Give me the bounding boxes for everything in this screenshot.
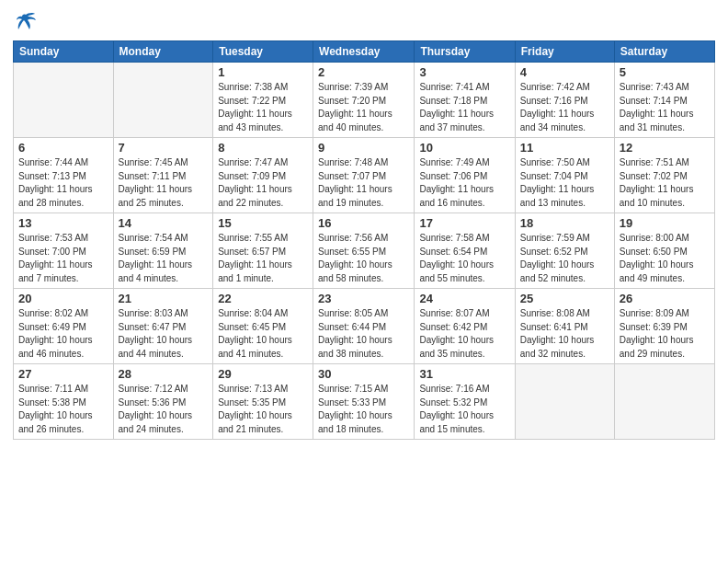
- calendar-cell: 9Sunrise: 7:48 AM Sunset: 7:07 PM Daylig…: [313, 138, 415, 213]
- calendar-cell: 18Sunrise: 7:59 AM Sunset: 6:52 PM Dayli…: [515, 213, 614, 289]
- day-info: Sunrise: 7:47 AM Sunset: 7:09 PM Dayligh…: [218, 156, 308, 210]
- day-number: 27: [18, 367, 108, 381]
- day-info: Sunrise: 7:59 AM Sunset: 6:52 PM Dayligh…: [520, 232, 609, 285]
- calendar-cell: [113, 63, 213, 138]
- day-number: 24: [419, 292, 509, 305]
- week-row-0: 1Sunrise: 7:38 AM Sunset: 7:22 PM Daylig…: [14, 63, 715, 138]
- day-info: Sunrise: 7:50 AM Sunset: 7:04 PM Dayligh…: [520, 156, 609, 210]
- day-number: 28: [119, 367, 209, 381]
- calendar-cell: 8Sunrise: 7:47 AM Sunset: 7:09 PM Daylig…: [213, 138, 313, 213]
- calendar-cell: 5Sunrise: 7:43 AM Sunset: 7:14 PM Daylig…: [614, 63, 714, 138]
- day-info: Sunrise: 8:03 AM Sunset: 6:47 PM Dayligh…: [119, 307, 209, 361]
- day-number: 19: [620, 216, 710, 230]
- day-number: 29: [218, 367, 308, 381]
- calendar-cell: 23Sunrise: 8:05 AM Sunset: 6:44 PM Dayli…: [313, 289, 415, 364]
- day-number: 9: [318, 141, 409, 155]
- day-info: Sunrise: 7:43 AM Sunset: 7:14 PM Dayligh…: [620, 81, 710, 134]
- logo-icon: [13, 9, 39, 35]
- logo: [13, 9, 42, 35]
- calendar-cell: 24Sunrise: 8:07 AM Sunset: 6:42 PM Dayli…: [415, 289, 515, 364]
- day-info: Sunrise: 7:58 AM Sunset: 6:54 PM Dayligh…: [419, 232, 509, 285]
- day-info: Sunrise: 8:08 AM Sunset: 6:41 PM Dayligh…: [520, 307, 609, 361]
- calendar-container: SundayMondayTuesdayWednesdayThursdayFrid…: [0, 0, 728, 563]
- calendar-cell: 15Sunrise: 7:55 AM Sunset: 6:57 PM Dayli…: [213, 213, 313, 289]
- day-number: 22: [218, 292, 308, 305]
- day-number: 1: [218, 65, 308, 79]
- day-number: 2: [318, 65, 409, 79]
- day-info: Sunrise: 7:45 AM Sunset: 7:11 PM Dayligh…: [119, 156, 209, 210]
- header: [13, 9, 715, 35]
- day-info: Sunrise: 8:05 AM Sunset: 6:44 PM Dayligh…: [318, 307, 409, 361]
- day-info: Sunrise: 7:51 AM Sunset: 7:02 PM Dayligh…: [620, 156, 710, 210]
- week-row-4: 27Sunrise: 7:11 AM Sunset: 5:38 PM Dayli…: [14, 364, 715, 440]
- day-number: 26: [620, 292, 710, 305]
- day-number: 6: [18, 141, 108, 155]
- calendar-cell: 11Sunrise: 7:50 AM Sunset: 7:04 PM Dayli…: [515, 138, 614, 213]
- calendar-cell: 26Sunrise: 8:09 AM Sunset: 6:39 PM Dayli…: [614, 289, 714, 364]
- day-number: 30: [318, 367, 409, 381]
- calendar-cell: 31Sunrise: 7:16 AM Sunset: 5:32 PM Dayli…: [415, 364, 515, 440]
- day-number: 17: [419, 216, 509, 230]
- calendar-cell: 4Sunrise: 7:42 AM Sunset: 7:16 PM Daylig…: [515, 63, 614, 138]
- day-number: 10: [419, 141, 509, 155]
- day-number: 8: [218, 141, 308, 155]
- calendar-cell: 13Sunrise: 7:53 AM Sunset: 7:00 PM Dayli…: [14, 213, 114, 289]
- day-info: Sunrise: 7:56 AM Sunset: 6:55 PM Dayligh…: [318, 232, 409, 285]
- day-number: 20: [18, 292, 108, 305]
- calendar-cell: 14Sunrise: 7:54 AM Sunset: 6:59 PM Dayli…: [113, 213, 213, 289]
- week-row-2: 13Sunrise: 7:53 AM Sunset: 7:00 PM Dayli…: [14, 213, 715, 289]
- calendar-cell: [14, 63, 114, 138]
- calendar-cell: 21Sunrise: 8:03 AM Sunset: 6:47 PM Dayli…: [113, 289, 213, 364]
- day-info: Sunrise: 8:07 AM Sunset: 6:42 PM Dayligh…: [419, 307, 509, 361]
- calendar-cell: 19Sunrise: 8:00 AM Sunset: 6:50 PM Dayli…: [614, 213, 714, 289]
- day-number: 14: [119, 216, 209, 230]
- day-info: Sunrise: 7:54 AM Sunset: 6:59 PM Dayligh…: [119, 232, 209, 285]
- day-info: Sunrise: 7:13 AM Sunset: 5:35 PM Dayligh…: [218, 383, 308, 436]
- day-info: Sunrise: 7:11 AM Sunset: 5:38 PM Dayligh…: [18, 383, 108, 436]
- weekday-header-sunday: Sunday: [14, 41, 114, 63]
- calendar-cell: 28Sunrise: 7:12 AM Sunset: 5:36 PM Dayli…: [113, 364, 213, 440]
- day-info: Sunrise: 7:16 AM Sunset: 5:32 PM Dayligh…: [419, 383, 509, 436]
- day-info: Sunrise: 7:12 AM Sunset: 5:36 PM Dayligh…: [119, 383, 209, 436]
- day-number: 21: [119, 292, 209, 305]
- weekday-header-saturday: Saturday: [614, 41, 714, 63]
- calendar-cell: 20Sunrise: 8:02 AM Sunset: 6:49 PM Dayli…: [14, 289, 114, 364]
- week-row-3: 20Sunrise: 8:02 AM Sunset: 6:49 PM Dayli…: [14, 289, 715, 364]
- day-number: 16: [318, 216, 409, 230]
- weekday-header-thursday: Thursday: [415, 41, 515, 63]
- day-number: 3: [419, 65, 509, 79]
- calendar-cell: 29Sunrise: 7:13 AM Sunset: 5:35 PM Dayli…: [213, 364, 313, 440]
- day-info: Sunrise: 8:02 AM Sunset: 6:49 PM Dayligh…: [18, 307, 108, 361]
- day-info: Sunrise: 7:15 AM Sunset: 5:33 PM Dayligh…: [318, 383, 409, 436]
- weekday-header-monday: Monday: [113, 41, 213, 63]
- calendar-cell: 17Sunrise: 7:58 AM Sunset: 6:54 PM Dayli…: [415, 213, 515, 289]
- weekday-header-row: SundayMondayTuesdayWednesdayThursdayFrid…: [14, 41, 715, 63]
- calendar-cell: 27Sunrise: 7:11 AM Sunset: 5:38 PM Dayli…: [14, 364, 114, 440]
- calendar-cell: 30Sunrise: 7:15 AM Sunset: 5:33 PM Dayli…: [313, 364, 415, 440]
- day-info: Sunrise: 7:44 AM Sunset: 7:13 PM Dayligh…: [18, 156, 108, 210]
- day-number: 18: [520, 216, 609, 230]
- day-number: 11: [520, 141, 609, 155]
- day-info: Sunrise: 7:38 AM Sunset: 7:22 PM Dayligh…: [218, 81, 308, 134]
- week-row-1: 6Sunrise: 7:44 AM Sunset: 7:13 PM Daylig…: [14, 138, 715, 213]
- day-info: Sunrise: 8:09 AM Sunset: 6:39 PM Dayligh…: [620, 307, 710, 361]
- day-info: Sunrise: 7:48 AM Sunset: 7:07 PM Dayligh…: [318, 156, 409, 210]
- calendar-cell: 25Sunrise: 8:08 AM Sunset: 6:41 PM Dayli…: [515, 289, 614, 364]
- day-number: 5: [620, 65, 710, 79]
- calendar-cell: 10Sunrise: 7:49 AM Sunset: 7:06 PM Dayli…: [415, 138, 515, 213]
- day-number: 25: [520, 292, 609, 305]
- calendar-cell: [614, 364, 714, 440]
- day-info: Sunrise: 7:53 AM Sunset: 7:00 PM Dayligh…: [18, 232, 108, 285]
- calendar-cell: 3Sunrise: 7:41 AM Sunset: 7:18 PM Daylig…: [415, 63, 515, 138]
- day-info: Sunrise: 8:04 AM Sunset: 6:45 PM Dayligh…: [218, 307, 308, 361]
- calendar-cell: 2Sunrise: 7:39 AM Sunset: 7:20 PM Daylig…: [313, 63, 415, 138]
- day-info: Sunrise: 7:39 AM Sunset: 7:20 PM Dayligh…: [318, 81, 409, 134]
- day-info: Sunrise: 7:42 AM Sunset: 7:16 PM Dayligh…: [520, 81, 609, 134]
- calendar-cell: 6Sunrise: 7:44 AM Sunset: 7:13 PM Daylig…: [14, 138, 114, 213]
- day-info: Sunrise: 7:41 AM Sunset: 7:18 PM Dayligh…: [419, 81, 509, 134]
- day-number: 31: [419, 367, 509, 381]
- calendar-cell: 7Sunrise: 7:45 AM Sunset: 7:11 PM Daylig…: [113, 138, 213, 213]
- day-info: Sunrise: 7:55 AM Sunset: 6:57 PM Dayligh…: [218, 232, 308, 285]
- weekday-header-friday: Friday: [515, 41, 614, 63]
- calendar-cell: 1Sunrise: 7:38 AM Sunset: 7:22 PM Daylig…: [213, 63, 313, 138]
